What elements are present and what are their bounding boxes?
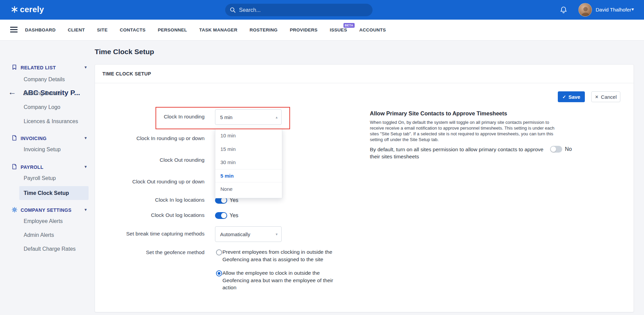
section-label: RELATED LIST [21,65,56,70]
notifications-bell-icon[interactable] [559,6,568,14]
dropdown-option-none[interactable]: None [215,182,282,196]
break-method-value: Automatically [220,231,250,237]
clock-in-rounding-value: 5 min [220,114,233,120]
sidebar-item-company-logo[interactable]: Company Logo [24,104,61,111]
sidebar-item-licences-insurances[interactable]: Licences & Insurances [24,118,78,125]
sites-permission-toggle-label: By default, turn on all sites permission… [370,146,546,160]
nav-site[interactable]: SITE [97,27,108,32]
clock-out-rounding-label: Clock Out rounding [95,157,205,163]
gear-icon [11,207,18,213]
clock-in-up-down-label: Clock In rounding up or down [95,135,205,141]
dropdown-option-10-min[interactable]: 10 min [215,129,282,142]
nav-issues-label: ISSUES [330,27,347,32]
search-input[interactable] [239,7,368,13]
geofence-option-prevent-text: Prevent employees from clocking in outsi… [222,248,341,263]
sidebar-item-company-details[interactable]: Company Details [24,76,65,83]
beta-badge: BETA [343,23,355,28]
chevron-down-icon: ▾ [85,65,87,70]
document-icon [11,135,17,141]
dropdown-option-15-min[interactable]: 15 min [215,142,282,156]
avatar[interactable] [578,3,592,17]
clock-out-log-toggle[interactable] [215,212,227,219]
back-arrow-icon[interactable]: ← [8,87,16,97]
chevron-up-icon: ▴ [276,115,278,119]
nav-rostering[interactable]: ROSTERING [249,27,278,32]
geofence-method-label: Set the geofence method [95,249,205,255]
sidebar-item-banking-details[interactable]: Banking Details [24,90,61,97]
time-clock-setup-card: TIME CLOCK SETUP ✓ Save ✕ Cancel Clock I… [95,64,634,312]
document-icon [11,164,17,170]
main-navbar: DASHBOARD CLIENT SITE CONTACTS PERSONNEL… [0,20,644,41]
hamburger-menu-icon[interactable] [10,27,18,33]
save-button[interactable]: ✓ Save [558,91,585,102]
clock-in-rounding-select[interactable]: 5 min ▴ [215,109,282,125]
nav-issues[interactable]: ISSUES BETA [330,27,347,32]
logo-text: cerely [20,5,44,14]
sidebar-item-employee-alerts[interactable]: Employee Alerts [24,218,63,225]
clock-out-up-down-label: Clock Out rounding up or down [95,179,205,185]
bookmark-icon [11,64,17,70]
sidebar-item-time-clock-setup[interactable]: Time Clock Setup [19,186,89,200]
geofence-radio-allow[interactable] [216,270,222,276]
chevron-down-icon: ▾ [85,164,87,169]
card-divider [95,83,634,83]
sidebar-section-company-settings[interactable]: COMPANY SETTINGS ▾ [0,206,95,214]
sites-permission-toggle[interactable] [550,146,562,153]
chevron-down-icon: ▾ [85,207,87,212]
break-method-label: Set break time capturing methods [95,231,205,237]
rounding-dropdown-panel: 10 min 15 min 30 min 5 min None [215,129,282,198]
sites-permission-toggle-value: No [565,146,572,152]
sidebar-item-payroll-setup[interactable]: Payroll Setup [24,175,56,182]
dropdown-option-30-min[interactable]: 30 min [215,156,282,169]
cerely-logo[interactable]: cerely [11,5,44,14]
global-search[interactable] [225,4,373,16]
cancel-button[interactable]: ✕ Cancel [591,91,620,102]
save-label: Save [568,94,580,100]
sidebar: ← ABC Security P... RELATED LIST ▾ Compa… [0,41,95,315]
nav-task-manager[interactable]: TASK MANAGER [199,27,237,32]
nav-dashboard[interactable]: DASHBOARD [25,27,55,32]
check-icon: ✓ [563,94,566,99]
clock-in-log-label: Clock In log locations [95,197,205,203]
user-menu-chevron-down-icon[interactable]: ▾ [631,6,634,12]
close-icon: ✕ [595,94,599,99]
cancel-label: Cancel [601,94,617,100]
clock-out-log-label: Clock Out log locations [95,212,205,218]
clock-in-rounding-label: Clock In rounding [95,114,205,120]
card-header: TIME CLOCK SETUP [102,71,151,76]
sidebar-item-admin-alerts[interactable]: Admin Alerts [24,232,54,239]
logo-star-icon [11,6,18,13]
user-name[interactable]: David Thalhofer [596,7,631,13]
sidebar-item-invoicing-setup[interactable]: Invoicing Setup [24,147,61,153]
nav-accounts[interactable]: ACCOUNTS [359,27,386,32]
nav-contacts[interactable]: CONTACTS [120,27,145,32]
sidebar-item-default-charge-rates[interactable]: Default Charge Rates [24,246,76,253]
nav-providers[interactable]: PROVIDERS [290,27,317,32]
sidebar-section-payroll[interactable]: PAYROLL ▾ [0,163,95,171]
sidebar-section-related-list[interactable]: RELATED LIST ▾ [0,64,95,71]
nav-personnel[interactable]: PERSONNEL [158,27,187,32]
dropdown-option-5-min[interactable]: 5 min [215,169,282,183]
section-label: INVOICING [21,136,47,141]
section-label: PAYROLL [21,164,43,170]
geofence-radio-prevent[interactable] [216,249,222,255]
section-label: COMPANY SETTINGS [21,207,72,213]
chevron-down-icon: ▾ [85,135,87,140]
geofence-option-allow-text: Allow the employee to clock in outside t… [222,269,341,291]
sidebar-section-invoicing[interactable]: INVOICING ▾ [0,135,95,142]
approve-timesheets-heading: Allow Primary Site Contacts to Approve T… [370,110,573,117]
nav-client[interactable]: CLIENT [68,27,85,32]
approve-timesheets-description: When toggled On, by default the system w… [370,119,558,142]
clock-out-log-value: Yes [230,212,238,219]
break-method-select[interactable]: Automatically ▾ [215,226,282,242]
chevron-down-icon: ▾ [276,232,278,237]
topbar: cerely David Thalhofer ▾ [0,0,644,20]
page-title: Time Clock Setup [95,48,154,56]
nav-items: DASHBOARD CLIENT SITE CONTACTS PERSONNEL… [25,27,386,32]
search-icon [230,7,236,13]
